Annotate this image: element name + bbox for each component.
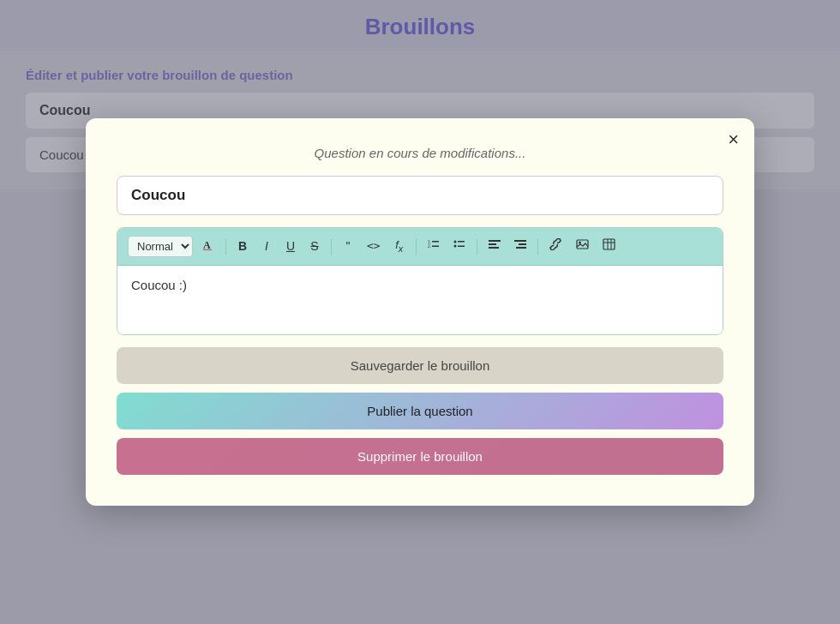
ordered-list-icon: 1. 2.: [428, 238, 440, 250]
svg-rect-14: [519, 243, 526, 245]
align-right-button[interactable]: [510, 236, 531, 258]
italic-button[interactable]: I: [257, 236, 276, 258]
editor-content: Coucou :): [131, 278, 187, 292]
toolbar-divider-4: [477, 239, 477, 255]
svg-rect-9: [458, 245, 465, 247]
code-button[interactable]: <>: [363, 236, 385, 256]
unordered-list-icon: [453, 238, 465, 250]
image-icon: [576, 238, 589, 250]
toolbar-divider-5: [537, 239, 538, 255]
save-button[interactable]: Sauvegarder le brouillon: [117, 347, 723, 384]
unordered-list-button[interactable]: [449, 236, 470, 258]
link-button[interactable]: [545, 236, 567, 258]
modal-subtitle: Question en cours de modifications...: [117, 146, 723, 160]
bold-button[interactable]: B: [233, 236, 252, 258]
svg-rect-1: [203, 249, 212, 250]
svg-rect-3: [432, 241, 439, 243]
svg-rect-5: [432, 245, 439, 247]
svg-point-8: [453, 244, 456, 247]
title-input[interactable]: [117, 176, 723, 215]
publish-button[interactable]: Publier la question: [117, 393, 723, 429]
svg-rect-18: [603, 239, 615, 249]
modal: × Question en cours de modifications... …: [86, 118, 754, 506]
svg-text:2.: 2.: [428, 243, 431, 249]
image-button[interactable]: [572, 236, 593, 258]
underline-button[interactable]: U: [281, 236, 300, 258]
strikethrough-button[interactable]: S: [305, 236, 324, 258]
align-right-icon: [514, 238, 526, 250]
svg-rect-15: [516, 247, 526, 249]
table-icon: [603, 238, 615, 250]
toolbar-divider-1: [225, 239, 226, 255]
formula-button[interactable]: fx: [390, 235, 409, 258]
editor-toolbar: Normal A B I U S " <> fx: [117, 228, 723, 266]
table-button[interactable]: [598, 236, 620, 258]
editor-container: Normal A B I U S " <> fx: [117, 227, 723, 335]
svg-rect-7: [458, 241, 465, 243]
align-left-button[interactable]: [484, 236, 505, 258]
modal-overlay: × Question en cours de modifications... …: [0, 0, 840, 624]
svg-point-6: [453, 240, 456, 243]
svg-point-17: [579, 241, 581, 243]
close-button[interactable]: ×: [728, 130, 739, 149]
font-color-button[interactable]: A: [198, 236, 219, 258]
link-icon: [549, 238, 562, 250]
ordered-list-button[interactable]: 1. 2.: [423, 236, 444, 258]
style-select[interactable]: Normal: [128, 236, 193, 257]
svg-rect-13: [514, 240, 526, 242]
delete-button[interactable]: Supprimer le brouillon: [117, 438, 723, 475]
svg-rect-10: [489, 240, 501, 242]
toolbar-divider-3: [416, 239, 417, 255]
svg-text:A: A: [203, 239, 211, 250]
svg-rect-11: [489, 243, 496, 245]
svg-rect-12: [489, 247, 499, 249]
align-left-icon: [489, 238, 501, 250]
toolbar-divider-2: [331, 239, 332, 255]
blockquote-button[interactable]: ": [339, 236, 357, 258]
editor-body[interactable]: Coucou :): [117, 266, 723, 334]
font-color-icon: A: [202, 238, 214, 250]
